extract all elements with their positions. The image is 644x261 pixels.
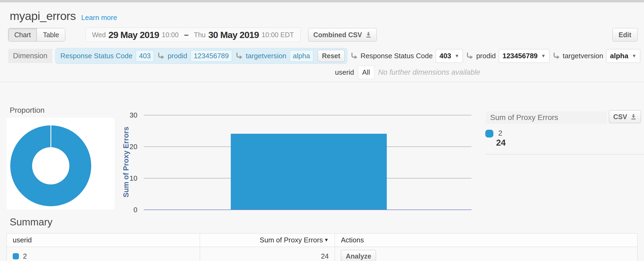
proxy-errors-bar[interactable] bbox=[231, 134, 387, 210]
selector-dim-name: targetversion bbox=[563, 52, 603, 60]
drilldown-arrow-icon bbox=[466, 52, 473, 60]
selector-dim-name: Response Status Code bbox=[361, 52, 433, 60]
legend-series-label: 2 bbox=[498, 129, 502, 138]
caret-down-icon: ▼ bbox=[632, 53, 636, 59]
selector-value: alpha bbox=[610, 52, 628, 60]
drilldown-arrow-icon bbox=[350, 52, 358, 60]
y-tick-30: 30 bbox=[120, 111, 137, 119]
x-axis-baseline bbox=[144, 210, 472, 210]
selector-dim-name: prodid bbox=[476, 52, 496, 60]
y-tick-20: 20 bbox=[120, 143, 137, 151]
summary-table: userid Sum of Proxy Errors▼ Actions 2 24… bbox=[6, 233, 638, 261]
breadcrumb-dim-value[interactable]: 403 bbox=[136, 50, 154, 62]
caret-down-icon: ▼ bbox=[541, 53, 546, 59]
download-icon bbox=[630, 114, 637, 120]
sort-desc-icon[interactable]: ▼ bbox=[324, 237, 329, 243]
breadcrumb-dim-value[interactable]: alpha bbox=[290, 50, 313, 62]
page-title: myapi_errors bbox=[10, 9, 76, 23]
download-icon bbox=[365, 32, 372, 38]
dimension-row-2: userid All No further dimensions availab… bbox=[335, 66, 644, 78]
end-time: 10:00 EDT bbox=[262, 31, 294, 39]
start-time: 10:00 bbox=[162, 31, 179, 39]
end-day: Thu bbox=[194, 31, 206, 39]
bar-chart-y-axis-label: Sum of Proxy Errors bbox=[122, 127, 130, 198]
breadcrumb-dim-name: targetversion bbox=[246, 52, 286, 60]
legend-series-value: 24 bbox=[496, 138, 506, 148]
legend-separator bbox=[486, 154, 644, 154]
breadcrumb-dim-name: prodid bbox=[168, 52, 187, 60]
date-range-dash: – bbox=[184, 30, 189, 39]
breadcrumb-dim-value[interactable]: 123456789 bbox=[191, 50, 232, 62]
selector-value: 123456789 bbox=[503, 52, 538, 60]
dimension-breadcrumb[interactable]: Response Status Code 403 prodid 12345678… bbox=[55, 48, 347, 64]
selector-value: 403 bbox=[439, 52, 451, 60]
view-toggle: Chart Table bbox=[8, 28, 65, 42]
y-tick-0: 0 bbox=[120, 206, 137, 214]
legend-swatch bbox=[485, 130, 493, 138]
drilldown-arrow-icon bbox=[553, 52, 560, 60]
summary-table-header-row: userid Sum of Proxy Errors▼ Actions bbox=[7, 233, 638, 247]
dimension-label: Dimension bbox=[8, 49, 52, 63]
start-date: 29 May 2019 bbox=[109, 30, 159, 40]
page-header: myapi_errors Learn more bbox=[10, 9, 644, 23]
cell-actions: Analyze bbox=[335, 247, 638, 261]
gridline bbox=[144, 115, 472, 115]
tab-table[interactable]: Table bbox=[37, 28, 65, 41]
csv-button[interactable]: CSV bbox=[609, 110, 641, 123]
combined-csv-button[interactable]: Combined CSV bbox=[308, 28, 377, 42]
series-color-swatch bbox=[13, 253, 19, 259]
selector-dropdown-targetversion[interactable]: alpha ▼ bbox=[606, 49, 640, 63]
y-tick-10: 10 bbox=[120, 174, 137, 182]
drilldown-arrow-icon bbox=[235, 52, 243, 60]
csv-label: CSV bbox=[613, 113, 627, 121]
selector-dropdown-status-code[interactable]: 403 ▼ bbox=[436, 49, 463, 63]
donut-chart-slice[interactable] bbox=[10, 125, 91, 206]
legend-header: Sum of Proxy Errors bbox=[486, 111, 607, 124]
learn-more-link[interactable]: Learn more bbox=[81, 13, 117, 22]
summary-title: Summary bbox=[10, 217, 644, 228]
combined-csv-label: Combined CSV bbox=[313, 31, 362, 39]
reset-button[interactable]: Reset bbox=[318, 50, 345, 62]
selector-dropdown-prodid[interactable]: 123456789 ▼ bbox=[499, 49, 550, 63]
bar-chart-plot-area bbox=[144, 115, 472, 210]
breadcrumb-dim-name: Response Status Code bbox=[60, 52, 133, 60]
dimension-row: Dimension Response Status Code 403 prodi… bbox=[8, 48, 644, 64]
dimension-section: Dimension Response Status Code 403 prodi… bbox=[8, 48, 644, 78]
caret-down-icon: ▼ bbox=[455, 53, 459, 59]
userid-all-selector[interactable]: All bbox=[358, 66, 374, 79]
end-date: 30 May 2019 bbox=[208, 30, 259, 40]
proportion-chart-card bbox=[6, 118, 114, 210]
cell-sum: 24 bbox=[200, 247, 335, 261]
no-more-dimensions-text: No further dimensions available bbox=[378, 68, 480, 77]
top-border-strip bbox=[0, 0, 644, 2]
tab-chart[interactable]: Chart bbox=[8, 28, 37, 41]
header-userid: userid bbox=[7, 233, 200, 247]
charts-section: Proportion Sum of Proxy Errors 30 20 10 … bbox=[0, 82, 644, 211]
start-day: Wed bbox=[92, 31, 106, 39]
analyze-button[interactable]: Analyze bbox=[341, 250, 376, 261]
edit-button[interactable]: Edit bbox=[612, 28, 638, 42]
table-row: 2 24 Analyze bbox=[7, 247, 638, 261]
date-range-picker[interactable]: Wed 29 May 2019 10:00 – Thu 30 May 2019 … bbox=[85, 28, 301, 42]
drilldown-arrow-icon bbox=[157, 52, 164, 60]
userid-label: userid bbox=[335, 68, 354, 77]
header-sum-of-proxy-errors[interactable]: Sum of Proxy Errors▼ bbox=[200, 233, 335, 247]
proportion-chart-title: Proportion bbox=[10, 106, 45, 115]
header-actions: Actions bbox=[335, 233, 638, 247]
cell-userid: 2 bbox=[7, 247, 200, 261]
toolbar: Chart Table Wed 29 May 2019 10:00 – Thu … bbox=[8, 27, 638, 43]
